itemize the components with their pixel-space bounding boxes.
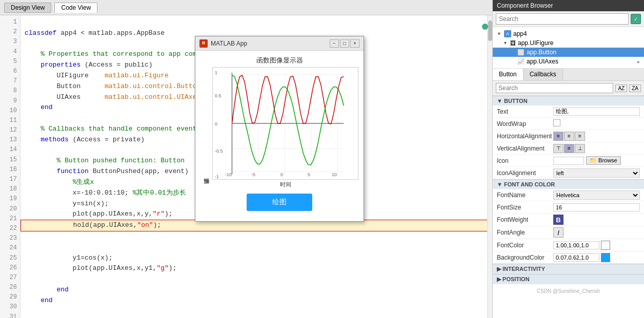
tree-arrow-app4: ▼ [497,31,502,36]
editor-toolbar: Design View Code View [0,0,492,15]
halign-right-button[interactable]: ≡ [575,132,585,141]
scrollbar[interactable] [487,15,492,318]
prop-search-input[interactable] [496,83,613,93]
prop-input-icon[interactable] [553,157,584,165]
prop-value-fontname: Helvetica [553,190,640,200]
prop-select-fontname[interactable]: Helvetica [553,190,640,200]
prop-label-iconalign: IconAlignment [497,169,553,177]
prop-label-text: Text [497,108,553,115]
cb-search-input[interactable] [496,13,629,25]
prop-row-fontname: FontName Helvetica [493,189,644,201]
prop-row-fontangle: FontAngle I [493,226,644,239]
prop-value-halign: ≡ ≡ ≡ [553,132,640,141]
cb-search-top: ✓ [493,11,644,27]
draw-button[interactable]: 绘图 [247,194,312,211]
tree-label-app4: app4 [513,30,527,37]
tab-callbacks[interactable]: Callbacks [524,69,563,80]
prop-row-fontsize: FontSize [493,201,644,214]
matlab-icon: M [199,39,208,48]
prop-row-bgcolor: BackgroundColor [493,251,644,264]
halign-center-button[interactable]: ≡ [564,132,574,141]
prop-row-text: Text [493,105,644,118]
prop-value-iconalign: leftrighttopbottom [553,168,640,178]
prop-section-interactivity[interactable]: ▶ INTERACTIVITY [493,264,644,274]
maximize-button[interactable]: □ [340,39,349,48]
bgcolor-swatch[interactable] [601,253,610,262]
prop-input-fontcolor[interactable] [553,241,599,249]
prop-label-fontname: FontName [497,192,553,199]
fontweight-bold-button[interactable]: B [553,215,564,225]
prop-value-icon: 📁 Browse [553,156,640,165]
code-view-button[interactable]: Code View [54,3,97,13]
prop-label-fontangle: FontAngle [497,229,553,236]
component-browser: Component Browser ✓ ▼ A app4 ▼ 🖼 app.UIF… [492,0,644,318]
y-axis-label: 振幅 [200,67,212,188]
tree-item-uifigure[interactable]: ▼ 🖼 app.UIFigure [493,38,644,48]
prop-checkbox-wordwrap[interactable] [553,119,560,126]
cb-tree: ▼ A app4 ▼ 🖼 app.UIFigure ⬜ app.Button 📈… [493,27,644,69]
cb-search-ok-button[interactable]: ✓ [631,14,641,24]
prop-row-fontweight: FontWeight B [493,214,644,226]
fontcolor-swatch[interactable] [601,241,610,250]
tree-item-uiaxes[interactable]: 📈 app.UIAxes ▸ [493,57,644,66]
halign-left-button[interactable]: ≡ [553,132,564,141]
prop-value-valign: ⊤ ≡ ⊥ [553,144,640,153]
valign-mid-button[interactable]: ≡ [564,144,574,153]
prop-label-fontcolor: FontColor [497,242,553,249]
uiaxes-icon: 📈 [517,58,525,65]
prop-section-font[interactable]: ▼ FONT AND COLOR [493,179,644,189]
cb-prop-search: AZ ZA [493,81,644,96]
prop-label-halign: HorizontalAlignment [497,133,553,140]
design-view-button[interactable]: Design View [4,3,51,13]
tree-label-uiaxes: app.UIAxes [527,58,558,65]
valign-bot-button[interactable]: ⊥ [575,144,585,153]
uiaxes-expand-icon: ▸ [637,59,640,65]
prop-value-text [553,108,640,116]
fontangle-italic-button[interactable]: I [553,227,564,238]
prop-row-iconalign: IconAlignment leftrighttopbottom [493,167,644,179]
plot-area: 1 0.5 0 -0.5 -1 -10 -5 0 5 10 [212,67,358,180]
prop-section-position[interactable]: ▶ POSITION [493,274,644,284]
button-icon: ⬜ [517,49,525,56]
plot-svg [213,68,358,179]
prop-sort-az-button[interactable]: AZ [615,84,627,92]
matlab-app-window: M MATLAB App − □ × 函数图像显示器 振幅 1 0.5 0 -0… [195,36,364,222]
prop-value-wordwrap [553,119,640,128]
prop-row-fontcolor: FontColor [493,239,644,251]
cb-header: Component Browser [493,0,644,11]
prop-row-halign: HorizontalAlignment ≡ ≡ ≡ [493,130,644,142]
prop-label-bgcolor: BackgroundColor [497,254,553,261]
tree-arrow-uifigure: ▼ [503,40,508,46]
uifigure-icon: 🖼 [510,40,516,46]
prop-input-text[interactable] [553,108,640,116]
plot-title: 函数图像显示器 [200,56,358,65]
prop-value-fontweight: B [553,215,640,225]
cb-tabs: Button Callbacks [493,69,644,81]
matlab-titlebar: M MATLAB App − □ × [195,36,364,51]
matlab-app-title: MATLAB App [211,40,329,47]
watermark: CSDN @Sunshine_Cherish [493,284,644,298]
prop-value-fontcolor [553,241,640,250]
prop-sort-za-button[interactable]: ZA [629,84,641,92]
status-indicator [480,22,490,33]
prop-select-iconalign[interactable]: leftrighttopbottom [553,168,640,178]
minimize-button[interactable]: − [330,39,339,48]
prop-input-bgcolor[interactable] [553,253,599,262]
prop-section-button[interactable]: ▼ BUTTON [493,96,644,105]
prop-label-valign: VerticalAlignment [497,145,553,152]
app4-icon: A [504,30,511,37]
close-button[interactable]: × [350,39,359,48]
tree-item-app4[interactable]: ▼ A app4 [493,29,644,38]
browse-button[interactable]: 📁 Browse [586,156,621,165]
prop-input-fontsize[interactable] [553,203,640,211]
valign-top-button[interactable]: ⊤ [553,144,564,153]
prop-row-wordwrap: WordWrap [493,118,644,130]
line-numbers: 12345 678910 1112131415 1617181920 21222… [0,15,21,318]
tree-item-button[interactable]: ⬜ app.Button [493,48,644,57]
prop-row-icon: Icon 📁 Browse [493,155,644,167]
matlab-content: 函数图像显示器 振幅 1 0.5 0 -0.5 -1 -10 -5 0 [195,51,364,221]
prop-value-bgcolor [553,253,640,262]
x-axis-label: 时间 [212,181,358,188]
tab-button[interactable]: Button [493,69,524,80]
tree-label-button: app.Button [527,49,556,56]
